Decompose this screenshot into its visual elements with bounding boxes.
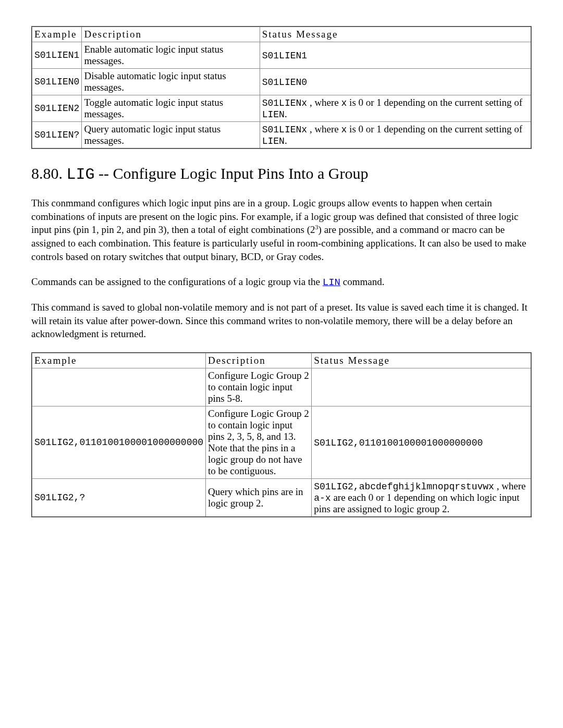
status-code: S01LIEN0 bbox=[262, 77, 307, 88]
status-cell: S01LIENx , where x is 0 or 1 depending o… bbox=[260, 122, 531, 149]
status-text: , where bbox=[494, 480, 526, 491]
status-code: S01LIENx bbox=[262, 125, 307, 135]
status-ref: LIEN bbox=[262, 109, 285, 120]
example-cell: S01LIEN2 bbox=[32, 95, 82, 122]
example-cell: S01LIG2,0110100100001000000000 bbox=[32, 406, 206, 479]
status-code: S01LIG2,abcdefghijklmnopqrstuvwx bbox=[314, 482, 494, 492]
lig-examples-table: Example Description Status Message Confi… bbox=[31, 352, 532, 517]
col-example: Example bbox=[32, 353, 206, 368]
col-description: Description bbox=[206, 353, 312, 368]
status-cell bbox=[312, 368, 531, 406]
para-text: command. bbox=[340, 276, 384, 287]
section-heading-lig: 8.80. LIG -- Configure Logic Input Pins … bbox=[31, 165, 532, 183]
example-cell: S01LIG2,? bbox=[32, 479, 206, 517]
status-code: S01LIEN1 bbox=[262, 51, 307, 61]
desc-cell: Query automatic logic input status messa… bbox=[82, 122, 260, 149]
status-ref: LIEN bbox=[262, 136, 285, 146]
status-code: S01LIG2,0110100100001000000000 bbox=[314, 438, 483, 448]
table-row: Configure Logic Group 2 to contain logic… bbox=[32, 368, 531, 406]
paragraph-nvmem: This command is saved to global non-vola… bbox=[31, 301, 532, 341]
status-text: . bbox=[285, 108, 287, 119]
status-cell: S01LIG2,abcdefghijklmnopqrstuvwx , where… bbox=[312, 479, 531, 517]
table-header-row: Example Description Status Message bbox=[32, 27, 531, 42]
status-text: is 0 or 1 depending on the current setti… bbox=[347, 124, 522, 134]
example-cell: S01LIEN1 bbox=[32, 42, 82, 69]
para-text: Commands can be assigned to the configur… bbox=[31, 276, 323, 287]
paragraph-lin-ref: Commands can be assigned to the configur… bbox=[31, 275, 532, 290]
table-row: S01LIG2,? Query which pins are in logic … bbox=[32, 479, 531, 517]
paragraph-intro: This conmmand configures which logic inp… bbox=[31, 196, 532, 264]
desc-cell: Query which pins are in logic group 2. bbox=[206, 479, 312, 517]
status-text: are each 0 or 1 depending on which logic… bbox=[314, 492, 519, 514]
heading-number: 8.80. bbox=[31, 165, 67, 182]
col-status: Status Message bbox=[260, 27, 531, 42]
table-row: S01LIEN1 Enable automatic logic input st… bbox=[32, 42, 531, 69]
status-text: , where bbox=[307, 97, 341, 108]
status-cell: S01LIEN0 bbox=[260, 69, 531, 95]
example-cell bbox=[32, 368, 206, 406]
example-cell: S01LIEN0 bbox=[32, 69, 82, 95]
table-row: S01LIEN2 Toggle automatic logic input st… bbox=[32, 95, 531, 122]
desc-cell: Configure Logic Group 2 to contain logic… bbox=[206, 368, 312, 406]
desc-cell: Enable automatic logic input status mess… bbox=[82, 42, 260, 69]
status-var: x bbox=[341, 125, 347, 135]
status-text: . bbox=[285, 135, 287, 146]
lin-link[interactable]: LIN bbox=[323, 277, 340, 288]
lien-examples-table: Example Description Status Message S01LI… bbox=[31, 26, 532, 149]
status-code: S01LIENx bbox=[262, 98, 307, 108]
example-cell: S01LIEN? bbox=[32, 122, 82, 149]
table-row: S01LIEN? Query automatic logic input sta… bbox=[32, 122, 531, 149]
col-description: Description bbox=[82, 27, 260, 42]
col-example: Example bbox=[32, 27, 82, 42]
desc-cell: Disable automatic logic input status mes… bbox=[82, 69, 260, 95]
heading-code: LIG bbox=[67, 166, 95, 183]
desc-cell: Configure Logic Group 2 to contain logic… bbox=[206, 406, 312, 479]
desc-cell: Toggle automatic logic input status mess… bbox=[82, 95, 260, 122]
heading-title: -- Configure Logic Input Pins Into a Gro… bbox=[95, 165, 369, 182]
status-cell: S01LIENx , where x is 0 or 1 depending o… bbox=[260, 95, 531, 122]
table-row: S01LIEN0 Disable automatic logic input s… bbox=[32, 69, 531, 95]
status-text: , where bbox=[307, 124, 341, 134]
table-row: S01LIG2,0110100100001000000000 Configure… bbox=[32, 406, 531, 479]
status-var: a-x bbox=[314, 493, 331, 503]
table-header-row: Example Description Status Message bbox=[32, 353, 531, 368]
col-status: Status Message bbox=[312, 353, 531, 368]
status-cell: S01LIG2,0110100100001000000000 bbox=[312, 406, 531, 479]
status-text: is 0 or 1 depending on the current setti… bbox=[347, 97, 522, 108]
status-cell: S01LIEN1 bbox=[260, 42, 531, 69]
status-var: x bbox=[341, 98, 347, 108]
